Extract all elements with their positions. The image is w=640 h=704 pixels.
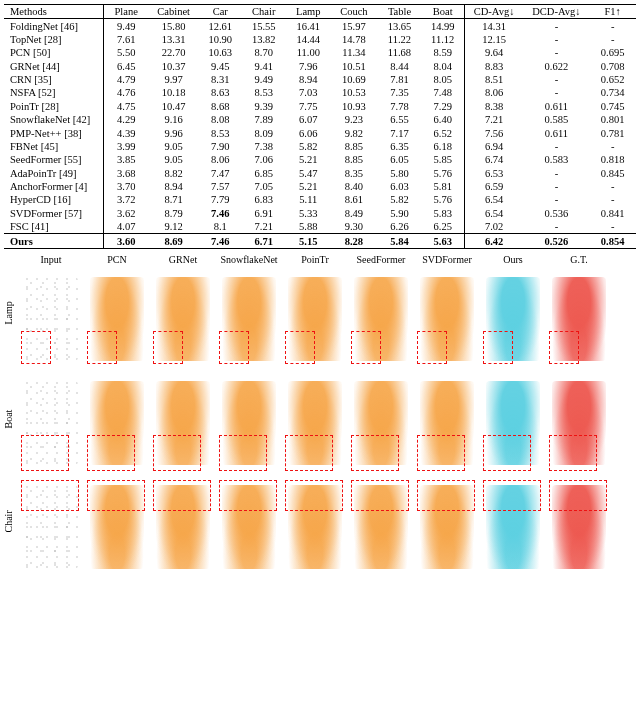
value-cell: 5.88 (286, 220, 331, 233)
highlight-box (285, 331, 315, 364)
method-cell: CRN [35] (4, 73, 104, 86)
method-cell: FBNet [45] (4, 140, 104, 153)
figure-cell (348, 267, 414, 371)
highlight-box (351, 331, 381, 364)
method-cell: AdaPoinTr [49] (4, 167, 104, 180)
value-cell: 8.53 (199, 126, 241, 139)
value-cell: 8.68 (199, 100, 241, 113)
table-row: PCN [50]5.5022.7010.638.7011.0011.3411.6… (4, 46, 636, 59)
value-cell: 5.63 (422, 234, 464, 247)
figure-row-label: Chair (3, 520, 14, 532)
value-cell: 7.79 (199, 193, 241, 206)
figure-cell (348, 475, 414, 579)
col-table: Table (377, 5, 422, 18)
figure-cell (546, 267, 612, 371)
method-cell: AnchorFormer [4] (4, 180, 104, 193)
value-cell: 6.74 (464, 153, 523, 166)
highlight-box (21, 331, 51, 364)
value-cell: 12.61 (199, 19, 241, 32)
figure-cell (480, 371, 546, 475)
highlight-box (153, 331, 183, 364)
value-cell: 13.65 (377, 19, 422, 32)
col-f1: F1↑ (589, 5, 636, 18)
value-cell: 0.734 (589, 86, 636, 99)
value-cell: 8.83 (464, 60, 523, 73)
value-cell: 10.51 (331, 60, 378, 73)
value-cell: 11.00 (286, 46, 331, 59)
method-cell: FSC [41] (4, 220, 104, 233)
value-cell: 13.31 (148, 33, 199, 46)
value-cell: 9.39 (242, 100, 287, 113)
value-cell: 7.96 (286, 60, 331, 73)
value-cell: 8.71 (148, 193, 199, 206)
value-cell: 6.25 (422, 220, 464, 233)
value-cell: 8.04 (422, 60, 464, 73)
value-cell: 6.07 (286, 113, 331, 126)
value-cell: - (524, 46, 590, 59)
value-cell: 8.94 (148, 180, 199, 193)
table-row: FSC [41]4.079.128.17.215.889.306.266.257… (4, 220, 636, 233)
value-cell: 7.17 (377, 126, 422, 139)
value-cell: 12.15 (464, 33, 523, 46)
value-cell: 7.35 (377, 86, 422, 99)
value-cell: 7.06 (242, 153, 287, 166)
value-cell: 7.46 (199, 234, 241, 247)
value-cell: 7.48 (422, 86, 464, 99)
table-row: PoinTr [28]4.7510.478.689.397.7510.937.7… (4, 100, 636, 113)
value-cell: 7.56 (464, 126, 523, 139)
value-cell: 15.80 (148, 19, 199, 32)
highlight-box (351, 480, 409, 511)
figure-row-label: Boat (3, 416, 14, 428)
figure-cell (348, 371, 414, 475)
highlight-box (285, 480, 343, 511)
figure-cell (282, 371, 348, 475)
method-cell: HyperCD [16] (4, 193, 104, 206)
figure-row-label: Lamp (3, 312, 14, 324)
value-cell: 8.53 (242, 86, 287, 99)
value-cell: 5.84 (377, 234, 422, 247)
value-cell: - (524, 193, 590, 206)
value-cell: 8.63 (199, 86, 241, 99)
value-cell: 8.31 (199, 73, 241, 86)
value-cell: 8.44 (377, 60, 422, 73)
value-cell: 5.83 (422, 207, 464, 220)
value-cell: 6.18 (422, 140, 464, 153)
col-methods: Methods (4, 5, 104, 18)
value-cell: - (589, 193, 636, 206)
value-cell: 9.05 (148, 140, 199, 153)
value-cell: 8.51 (464, 73, 523, 86)
value-cell: 9.30 (331, 220, 378, 233)
highlight-box (351, 435, 399, 470)
highlight-box (219, 435, 267, 470)
table-row: CRN [35]4.799.978.319.498.9410.697.818.0… (4, 73, 636, 86)
value-cell: 14.31 (464, 19, 523, 32)
value-cell: 7.05 (242, 180, 287, 193)
value-cell: 11.68 (377, 46, 422, 59)
value-cell: 7.21 (464, 113, 523, 126)
value-cell: 10.18 (148, 86, 199, 99)
value-cell: 9.23 (331, 113, 378, 126)
value-cell: 10.69 (331, 73, 378, 86)
value-cell: 6.59 (464, 180, 523, 193)
value-cell: - (589, 19, 636, 32)
value-cell: 6.35 (377, 140, 422, 153)
value-cell: 6.91 (242, 207, 287, 220)
col-chair: Chair (242, 5, 287, 18)
value-cell: 8.85 (331, 140, 378, 153)
value-cell: - (524, 19, 590, 32)
highlight-box (549, 435, 597, 470)
figure-col-label: G.T. (546, 253, 612, 267)
table-row: TopNet [28]7.6113.3110.9013.8214.4414.78… (4, 33, 636, 46)
value-cell: 7.89 (242, 113, 287, 126)
value-cell: 6.55 (377, 113, 422, 126)
method-cell: GRNet [44] (4, 60, 104, 73)
method-cell: Ours (4, 234, 104, 247)
value-cell: 9.82 (331, 126, 378, 139)
value-cell: 9.49 (242, 73, 287, 86)
table-row: SVDFormer [57]3.628.797.466.915.338.495.… (4, 207, 636, 220)
value-cell: 4.39 (104, 126, 149, 139)
figure-cell (18, 475, 84, 579)
value-cell: 5.11 (286, 193, 331, 206)
value-cell: - (524, 220, 590, 233)
figure-cell (414, 475, 480, 579)
